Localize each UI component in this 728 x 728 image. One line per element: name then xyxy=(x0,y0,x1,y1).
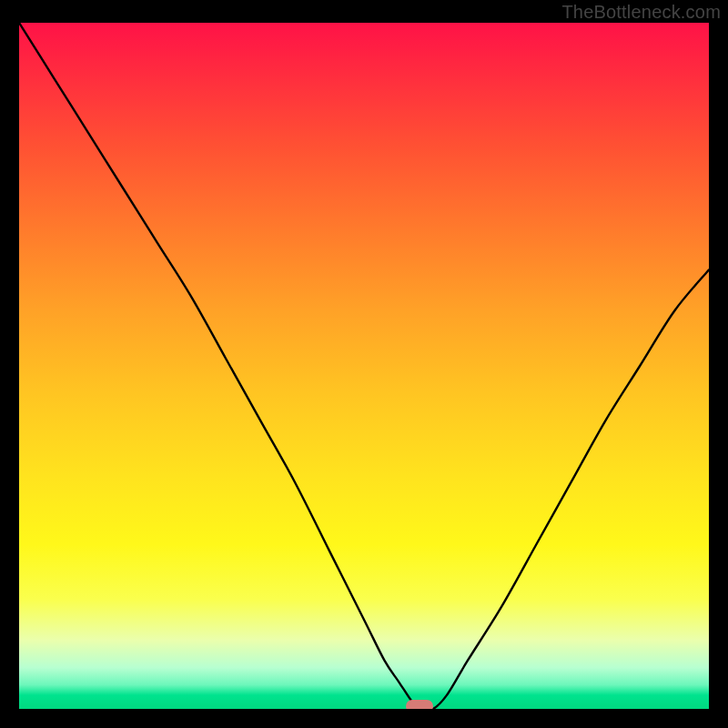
chart-frame: TheBottleneck.com xyxy=(0,0,728,728)
plot-area xyxy=(19,23,709,709)
curve-path xyxy=(19,23,709,709)
watermark-label: TheBottleneck.com xyxy=(561,2,721,23)
optimal-marker xyxy=(406,700,433,709)
bottleneck-curve xyxy=(19,23,709,709)
